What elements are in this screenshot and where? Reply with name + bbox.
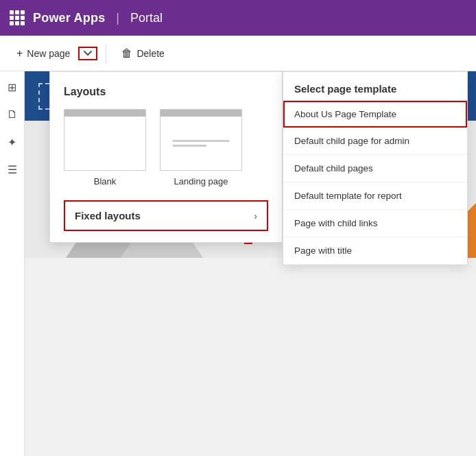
template-panel: Select page template About Us Page Templ… xyxy=(283,71,468,265)
template-item-default-child-pages[interactable]: Default child pages xyxy=(283,155,467,182)
sidebar-icon-pages[interactable]: ⊞ xyxy=(5,80,20,95)
new-page-dropdown-button[interactable] xyxy=(78,47,97,60)
canvas-area: Contoso Contoso Layouts xyxy=(25,71,476,456)
blank-label: Blank xyxy=(94,176,117,187)
template-item-page-title[interactable]: Page with title xyxy=(283,237,467,265)
landing-thumb-lines xyxy=(173,140,230,147)
app-name: Power Apps xyxy=(33,11,105,25)
layouts-grid: Blank Landing page xyxy=(64,109,268,187)
landing-thumb-body xyxy=(160,117,241,170)
sidebar-icon-menu[interactable]: ☰ xyxy=(5,162,20,177)
delete-button[interactable]: 🗑 Delete xyxy=(115,43,171,64)
app-grid-icon[interactable] xyxy=(10,10,25,25)
toolbar: + New page 🗑 Delete xyxy=(0,36,476,71)
line-1 xyxy=(173,140,230,142)
main-area: ⊞ 🗋 ✦ ☰ Contoso Contoso Layouts xyxy=(0,71,476,456)
toolbar-divider xyxy=(106,44,106,63)
topbar-separator: | xyxy=(116,11,119,25)
delete-label: Delete xyxy=(136,48,164,59)
blank-layout-card[interactable]: Blank xyxy=(64,109,146,187)
layouts-title: Layouts xyxy=(64,86,268,98)
plus-icon: + xyxy=(16,47,23,60)
fixed-layouts-label: Fixed layouts xyxy=(75,210,141,221)
fixed-layouts-section[interactable]: Fixed layouts › xyxy=(64,200,268,231)
trash-icon: 🗑 xyxy=(121,47,132,60)
landing-layout-thumb xyxy=(160,109,242,171)
template-panel-header: Select page template xyxy=(283,72,467,101)
template-item-default-report[interactable]: Default template for report xyxy=(283,182,467,210)
landing-layout-card[interactable]: Landing page xyxy=(160,109,242,187)
template-item-child-links[interactable]: Page with child links xyxy=(283,210,467,237)
new-page-button[interactable]: + New page xyxy=(10,43,77,64)
chevron-down-icon xyxy=(84,51,92,56)
template-item-default-child-admin[interactable]: Default child page for admin xyxy=(283,128,467,155)
portal-label: Portal xyxy=(130,11,163,25)
template-item-about-us[interactable]: About Us Page Template xyxy=(283,101,467,128)
sidebar-icon-components[interactable]: ✦ xyxy=(5,134,20,149)
topbar: Power Apps | Portal xyxy=(0,0,476,36)
sidebar-icon-file[interactable]: 🗋 xyxy=(5,107,20,122)
landing-label: Landing page xyxy=(174,176,228,187)
blank-layout-thumb xyxy=(64,109,146,171)
new-page-label: New page xyxy=(27,48,70,59)
line-2 xyxy=(173,145,207,147)
left-sidebar: ⊞ 🗋 ✦ ☰ xyxy=(0,71,25,456)
template-list: About Us Page Template Default child pag… xyxy=(283,101,467,265)
layouts-panel: Layouts Blank xyxy=(49,71,283,243)
chevron-right-icon: › xyxy=(254,211,257,221)
blank-thumb-body xyxy=(64,117,145,170)
landing-thumb-bar xyxy=(160,110,241,117)
blank-thumb-bar xyxy=(64,110,145,117)
